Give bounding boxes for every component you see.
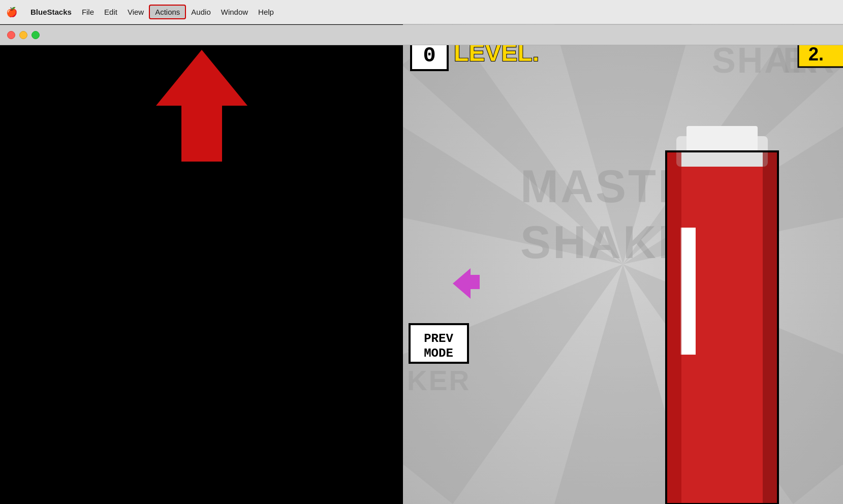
menu-audio[interactable]: Audio (186, 6, 215, 18)
menu-edit[interactable]: Edit (99, 6, 122, 18)
svg-text:KER: KER (407, 365, 471, 396)
menu-file[interactable]: File (77, 6, 99, 18)
svg-text:2.: 2. (808, 44, 824, 65)
game-background: SHAK ER MASTER SHAKER STE KER AS 0 LEVEL… (403, 24, 843, 504)
menu-view[interactable]: View (122, 6, 149, 18)
svg-rect-36 (680, 334, 693, 350)
svg-rect-38 (763, 151, 778, 504)
arrow-container (156, 50, 247, 151)
svg-rect-28 (471, 275, 480, 289)
menu-window[interactable]: Window (216, 6, 253, 18)
menu-actions[interactable]: Actions (149, 5, 186, 19)
close-button[interactable] (7, 31, 15, 39)
menu-bar: 🍎 BlueStacks File Edit View Actions Audi… (0, 0, 843, 24)
minimize-button[interactable] (19, 31, 27, 39)
svg-rect-33 (680, 258, 693, 273)
svg-rect-31 (686, 126, 758, 151)
maximize-button[interactable] (32, 31, 40, 39)
svg-text:PREV: PREV (424, 332, 453, 345)
window-controls-bar (0, 25, 843, 45)
apple-menu[interactable]: 🍎 (6, 7, 17, 18)
svg-text:MODE: MODE (424, 346, 453, 360)
left-panel (0, 24, 403, 504)
svg-rect-37 (666, 151, 681, 504)
up-arrow-icon (156, 50, 247, 162)
menu-help[interactable]: Help (253, 6, 279, 18)
game-panel[interactable]: SHAK ER MASTER SHAKER STE KER AS 0 LEVEL… (403, 24, 843, 504)
content-area: SHAK ER MASTER SHAKER STE KER AS 0 LEVEL… (0, 24, 843, 504)
svg-rect-34 (680, 284, 693, 299)
menu-bluestacks[interactable]: BlueStacks (25, 6, 77, 18)
svg-marker-0 (156, 50, 247, 162)
svg-text:0: 0 (423, 44, 435, 68)
svg-rect-35 (680, 309, 693, 324)
